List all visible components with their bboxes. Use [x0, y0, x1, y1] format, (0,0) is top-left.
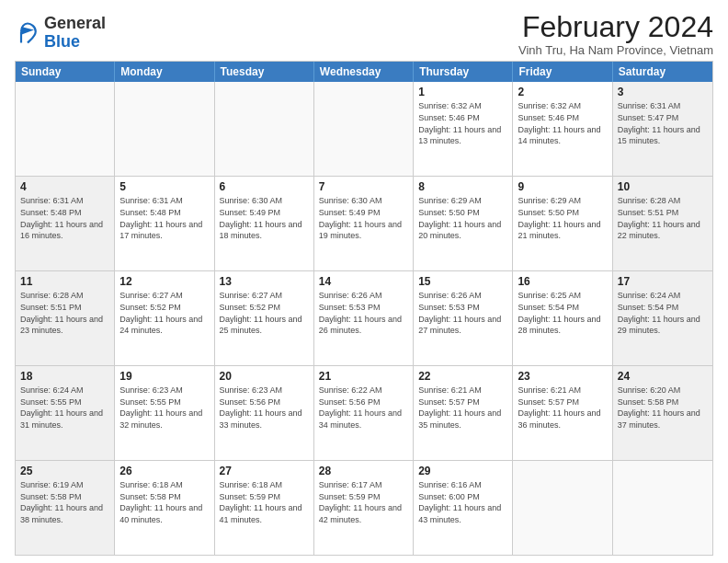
cal-cell: 24Sunrise: 6:20 AMSunset: 5:58 PMDayligh…	[613, 366, 712, 460]
cal-cell	[16, 82, 115, 176]
title-block: February 2024 Vinh Tru, Ha Nam Province,…	[518, 11, 713, 57]
day-info: Sunrise: 6:26 AMSunset: 5:53 PMDaylight:…	[319, 290, 408, 336]
day-number: 10	[618, 179, 708, 194]
day-number: 26	[119, 464, 209, 478]
cal-cell: 8Sunrise: 6:29 AMSunset: 5:50 PMDaylight…	[414, 177, 513, 270]
cal-cell: 2Sunrise: 6:32 AMSunset: 5:46 PMDaylight…	[513, 82, 612, 176]
cal-cell	[513, 461, 612, 555]
calendar-grid: SundayMondayTuesdayWednesdayThursdayFrid…	[15, 61, 713, 556]
cal-cell: 6Sunrise: 6:30 AMSunset: 5:49 PMDaylight…	[215, 177, 314, 270]
cal-week-1: 1Sunrise: 6:32 AMSunset: 5:46 PMDaylight…	[16, 82, 712, 176]
day-number: 28	[319, 464, 408, 478]
cal-header-tuesday: Tuesday	[215, 62, 314, 82]
cal-cell: 25Sunrise: 6:19 AMSunset: 5:58 PMDayligh…	[16, 461, 115, 555]
day-info: Sunrise: 6:31 AMSunset: 5:47 PMDaylight:…	[618, 100, 708, 146]
day-number: 20	[220, 369, 309, 384]
day-number: 23	[518, 369, 607, 384]
logo: General Blue	[15, 15, 106, 52]
day-info: Sunrise: 6:32 AMSunset: 5:46 PMDaylight:…	[418, 100, 507, 146]
cal-header-sunday: Sunday	[16, 62, 115, 82]
logo-general-text: General	[44, 14, 106, 32]
cal-cell: 26Sunrise: 6:18 AMSunset: 5:58 PMDayligh…	[115, 461, 214, 555]
cal-cell: 5Sunrise: 6:31 AMSunset: 5:48 PMDaylight…	[115, 177, 214, 270]
cal-cell: 19Sunrise: 6:23 AMSunset: 5:55 PMDayligh…	[115, 366, 214, 460]
day-number: 19	[119, 369, 209, 384]
day-info: Sunrise: 6:24 AMSunset: 5:55 PMDaylight:…	[20, 385, 109, 431]
cal-cell	[115, 82, 214, 176]
cal-cell: 18Sunrise: 6:24 AMSunset: 5:55 PMDayligh…	[16, 366, 115, 460]
day-number: 15	[418, 274, 507, 289]
day-info: Sunrise: 6:21 AMSunset: 5:57 PMDaylight:…	[418, 385, 507, 431]
day-number: 9	[518, 179, 607, 194]
svg-marker-1	[21, 27, 34, 35]
cal-cell: 29Sunrise: 6:16 AMSunset: 6:00 PMDayligh…	[414, 461, 513, 555]
day-info: Sunrise: 6:22 AMSunset: 5:56 PMDaylight:…	[319, 385, 408, 431]
day-number: 21	[319, 369, 408, 384]
cal-cell: 11Sunrise: 6:28 AMSunset: 5:51 PMDayligh…	[16, 271, 115, 365]
day-number: 18	[20, 369, 109, 384]
cal-cell	[314, 82, 414, 176]
day-info: Sunrise: 6:25 AMSunset: 5:54 PMDaylight:…	[518, 290, 607, 336]
day-info: Sunrise: 6:20 AMSunset: 5:58 PMDaylight:…	[618, 385, 708, 431]
cal-cell: 23Sunrise: 6:21 AMSunset: 5:57 PMDayligh…	[513, 366, 612, 460]
cal-cell: 12Sunrise: 6:27 AMSunset: 5:52 PMDayligh…	[115, 271, 214, 365]
day-info: Sunrise: 6:26 AMSunset: 5:53 PMDaylight:…	[418, 290, 507, 336]
cal-header-wednesday: Wednesday	[314, 62, 414, 82]
day-number: 4	[20, 179, 109, 194]
cal-cell: 28Sunrise: 6:17 AMSunset: 5:59 PMDayligh…	[314, 461, 414, 555]
day-info: Sunrise: 6:27 AMSunset: 5:52 PMDaylight:…	[119, 290, 209, 336]
day-number: 2	[518, 85, 607, 99]
day-number: 11	[20, 274, 109, 289]
cal-header-friday: Friday	[513, 62, 612, 82]
logo-blue-text: Blue	[44, 32, 80, 51]
cal-cell	[613, 461, 712, 555]
day-number: 13	[220, 274, 309, 289]
cal-cell	[215, 82, 314, 176]
day-number: 6	[220, 179, 309, 194]
day-number: 25	[20, 464, 109, 478]
day-number: 27	[220, 464, 309, 478]
cal-week-3: 11Sunrise: 6:28 AMSunset: 5:51 PMDayligh…	[16, 270, 712, 365]
cal-cell: 21Sunrise: 6:22 AMSunset: 5:56 PMDayligh…	[314, 366, 414, 460]
location-subtitle: Vinh Tru, Ha Nam Province, Vietnam	[518, 43, 713, 57]
cal-header-saturday: Saturday	[613, 62, 712, 82]
day-info: Sunrise: 6:18 AMSunset: 5:59 PMDaylight:…	[220, 479, 309, 525]
month-title: February 2024	[518, 11, 713, 43]
day-info: Sunrise: 6:17 AMSunset: 5:59 PMDaylight:…	[319, 479, 408, 525]
cal-cell: 17Sunrise: 6:24 AMSunset: 5:54 PMDayligh…	[613, 271, 712, 365]
day-info: Sunrise: 6:30 AMSunset: 5:49 PMDaylight:…	[220, 195, 309, 241]
cal-cell: 13Sunrise: 6:27 AMSunset: 5:52 PMDayligh…	[215, 271, 314, 365]
day-info: Sunrise: 6:31 AMSunset: 5:48 PMDaylight:…	[119, 195, 209, 241]
day-info: Sunrise: 6:23 AMSunset: 5:55 PMDaylight:…	[119, 385, 209, 431]
cal-cell: 16Sunrise: 6:25 AMSunset: 5:54 PMDayligh…	[513, 271, 612, 365]
calendar-header-row: SundayMondayTuesdayWednesdayThursdayFrid…	[16, 62, 712, 82]
day-number: 1	[418, 85, 507, 99]
day-info: Sunrise: 6:21 AMSunset: 5:57 PMDaylight:…	[518, 385, 607, 431]
day-number: 3	[618, 85, 708, 99]
day-number: 12	[119, 274, 209, 289]
cal-cell: 20Sunrise: 6:23 AMSunset: 5:56 PMDayligh…	[215, 366, 314, 460]
day-number: 17	[618, 274, 708, 289]
day-info: Sunrise: 6:24 AMSunset: 5:54 PMDaylight:…	[618, 290, 708, 336]
day-number: 29	[418, 464, 507, 478]
day-number: 14	[319, 274, 408, 289]
day-info: Sunrise: 6:16 AMSunset: 6:00 PMDaylight:…	[418, 479, 507, 525]
calendar-page: General Blue February 2024 Vinh Tru, Ha …	[0, 0, 728, 563]
logo-icon	[15, 20, 40, 46]
day-info: Sunrise: 6:30 AMSunset: 5:49 PMDaylight:…	[319, 195, 408, 241]
day-info: Sunrise: 6:32 AMSunset: 5:46 PMDaylight:…	[518, 100, 607, 146]
day-info: Sunrise: 6:31 AMSunset: 5:48 PMDaylight:…	[20, 195, 109, 241]
cal-header-monday: Monday	[115, 62, 214, 82]
day-number: 7	[319, 179, 408, 194]
day-info: Sunrise: 6:23 AMSunset: 5:56 PMDaylight:…	[220, 385, 309, 431]
logo-text: General Blue	[44, 15, 106, 52]
page-header: General Blue February 2024 Vinh Tru, Ha …	[15, 11, 713, 57]
cal-cell: 15Sunrise: 6:26 AMSunset: 5:53 PMDayligh…	[414, 271, 513, 365]
cal-week-2: 4Sunrise: 6:31 AMSunset: 5:48 PMDaylight…	[16, 176, 712, 270]
cal-cell: 1Sunrise: 6:32 AMSunset: 5:46 PMDaylight…	[414, 82, 513, 176]
cal-cell: 9Sunrise: 6:29 AMSunset: 5:50 PMDaylight…	[513, 177, 612, 270]
day-info: Sunrise: 6:18 AMSunset: 5:58 PMDaylight:…	[119, 479, 209, 525]
day-info: Sunrise: 6:28 AMSunset: 5:51 PMDaylight:…	[618, 195, 708, 241]
cal-week-4: 18Sunrise: 6:24 AMSunset: 5:55 PMDayligh…	[16, 365, 712, 460]
cal-week-5: 25Sunrise: 6:19 AMSunset: 5:58 PMDayligh…	[16, 460, 712, 555]
